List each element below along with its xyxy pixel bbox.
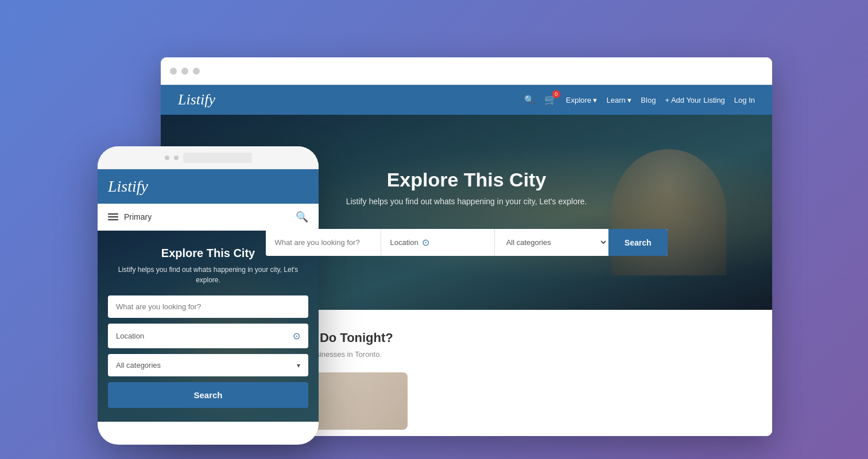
desktop-nav-add-listing[interactable]: + Add Your Listing [665,96,724,104]
browser-dot-1 [170,68,177,75]
desktop-navbar: Listify 🔍 🛒 0 Explore ▾ Learn ▾ Blog + A… [161,85,772,115]
desktop-category-card-2[interactable] [304,372,408,430]
desktop-location-text: Location [390,238,418,247]
mobile-dot-1 [165,155,169,160]
hero-text-block: Explore This City Listify helps you find… [346,169,587,206]
mobile-hero-text-block: Explore This City Listify helps you find… [108,247,308,285]
desktop-cart-badge: 0 [552,90,560,98]
mobile-logo: Listify [108,177,148,195]
desktop-hero-search-bar: Location ⊙ All categories Restaurants Ho… [266,229,668,256]
mobile-hero-subtitle: Listify helps you find out whats happeni… [108,264,308,285]
mobile-hero: Explore This City Listify helps you find… [98,231,319,422]
mobile-location-label: Location [116,332,144,340]
mobile-dot-2 [174,155,179,160]
mobile-hero-title: Explore This City [108,247,308,260]
desktop-category-select[interactable]: All categories Restaurants Hotels Shoppi… [495,229,609,256]
mobile-site-content: Listify Primary 🔍 Explore This City List… [98,169,319,445]
mobile-primary-bar: Primary 🔍 [98,204,319,231]
hero-silhouette [611,149,726,275]
mobile-search-button[interactable]: Search [108,382,308,408]
mobile-navbar: Listify [98,169,319,204]
mobile-search-form: Location ⊙ All categories Restaurants Ho… [108,295,308,408]
hamburger-line-2 [108,216,118,217]
desktop-nav-login[interactable]: Log In [734,96,755,104]
desktop-nav-learn[interactable]: Learn ▾ [606,96,631,104]
desktop-nav-right: 🔍 🛒 0 Explore ▾ Learn ▾ Blog + Add Your … [524,94,755,106]
desktop-cart-wrapper[interactable]: 🛒 0 [544,94,557,106]
hamburger-line-3 [108,219,118,220]
mobile-what-input[interactable] [108,295,308,318]
desktop-search-button[interactable]: Search [609,229,668,256]
desktop-location-target-icon: ⊙ [422,237,429,248]
mobile-browser-chrome [98,146,319,169]
desktop-hero-title: Explore This City [346,169,587,191]
desktop-search-icon[interactable]: 🔍 [524,95,535,105]
hamburger-line-1 [108,213,118,215]
mobile-search-icon[interactable]: 🔍 [296,211,308,223]
mobile-category-wrapper: All categories Restaurants Hotels Shoppi… [108,354,308,376]
desktop-hero-subtitle: Listify helps you find out whats happeni… [346,197,587,206]
browser-dot-3 [193,68,200,75]
desktop-logo: Listify [178,91,215,108]
mobile-menu-text: Primary [124,212,152,221]
browser-chrome [161,57,772,85]
desktop-nav-blog[interactable]: Blog [641,96,656,104]
mobile-location-target-icon: ⊙ [293,330,300,341]
mobile-hamburger-icon [108,213,118,220]
browser-dot-2 [181,68,188,75]
mobile-phone-mockup: Listify Primary 🔍 Explore This City List… [98,146,319,445]
desktop-location-input[interactable]: Location ⊙ [381,229,495,256]
mobile-location-input[interactable]: Location ⊙ [108,324,308,348]
desktop-nav-explore[interactable]: Explore ▾ [566,96,598,104]
mobile-menu-label[interactable]: Primary [108,212,152,221]
mobile-category-select[interactable]: All categories Restaurants Hotels Shoppi… [108,354,308,376]
mobile-url-bar [183,153,252,163]
